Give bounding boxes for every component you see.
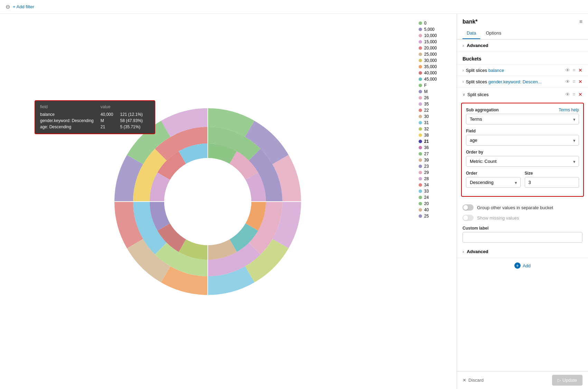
legend-label: 39 bbox=[424, 158, 429, 163]
custom-label-section: Custom label bbox=[463, 226, 582, 243]
field-select[interactable]: age bbox=[466, 135, 579, 146]
bucket-delete-icon-2[interactable]: ✕ bbox=[578, 79, 582, 84]
legend-color-dot bbox=[419, 140, 422, 143]
discard-button[interactable]: ✕ Discard bbox=[463, 378, 484, 383]
legend-color-dot bbox=[419, 183, 422, 187]
legend-color-dot bbox=[419, 102, 422, 106]
order-by-select[interactable]: Metric: Count bbox=[466, 156, 579, 167]
legend-color-dot bbox=[419, 171, 422, 174]
filter-icon[interactable]: ⊖ bbox=[6, 3, 10, 10]
group-other-toggle[interactable] bbox=[463, 204, 474, 211]
legend-label: 34 bbox=[424, 183, 429, 187]
panel-menu-icon[interactable]: ≡ bbox=[579, 19, 582, 25]
toggles-section: Group other values in separate bucket Sh… bbox=[457, 200, 588, 246]
legend-color-dot bbox=[419, 189, 422, 193]
legend-label: 30,000 bbox=[424, 58, 437, 63]
legend-label: 29 bbox=[424, 170, 429, 175]
bottom-bar: ✕ Discard ▷ Update bbox=[457, 371, 588, 389]
add-label: Add bbox=[523, 263, 531, 268]
legend-color-dot bbox=[419, 90, 422, 93]
tab-options[interactable]: Options bbox=[482, 28, 505, 39]
bucket-text-3: Split slices bbox=[467, 92, 565, 97]
legend-item: 21 bbox=[419, 139, 453, 144]
legend-label: 38 bbox=[424, 133, 429, 138]
bucket-text-1: Split slices balance bbox=[466, 68, 565, 73]
legend-color-dot bbox=[419, 28, 422, 31]
legend-item: 38 bbox=[419, 133, 453, 138]
legend-item: 45,000 bbox=[419, 77, 453, 82]
legend-color-dot bbox=[419, 214, 422, 218]
tooltip-col3-header bbox=[120, 104, 149, 111]
order-size-row: Order Descending Size bbox=[466, 171, 579, 192]
panel-header: bank* ≡ bbox=[457, 14, 588, 25]
tooltip-field: gender.keyword: Descending bbox=[40, 118, 101, 124]
legend-label: 40,000 bbox=[424, 71, 437, 75]
bucket-eye-icon-3[interactable]: 👁 bbox=[565, 92, 570, 97]
legend-item: 26 bbox=[419, 95, 453, 100]
legend-item: 25 bbox=[419, 214, 453, 219]
legend-item: 35 bbox=[419, 102, 453, 106]
order-select[interactable]: Descending bbox=[466, 177, 521, 188]
legend-item: 25,000 bbox=[419, 52, 453, 57]
legend-item: 39 bbox=[419, 158, 453, 163]
group-other-label: Group other values in separate bucket bbox=[477, 205, 553, 210]
legend-color-dot bbox=[419, 133, 422, 137]
legend-color-dot bbox=[419, 71, 422, 75]
add-filter-button[interactable]: + Add filter bbox=[13, 4, 34, 9]
update-button[interactable]: ▷ Update bbox=[552, 375, 582, 386]
bucket-delete-icon-3[interactable]: ✕ bbox=[578, 92, 582, 97]
add-button[interactable]: + Add bbox=[514, 262, 531, 269]
tooltip-field: age: Descending bbox=[40, 124, 101, 130]
legend-label: 25,000 bbox=[424, 52, 437, 57]
legend-label: 33 bbox=[424, 189, 429, 194]
legend-label: 31 bbox=[424, 120, 429, 125]
legend-label: 45,000 bbox=[424, 77, 437, 82]
legend-label: 0 bbox=[424, 21, 427, 26]
discard-x-icon: ✕ bbox=[463, 378, 466, 383]
legend-label: 35,000 bbox=[424, 64, 437, 69]
show-missing-toggle[interactable] bbox=[463, 215, 474, 221]
tooltip-value: 40,000 bbox=[101, 111, 120, 118]
legend-item: 10,000 bbox=[419, 33, 453, 38]
advanced-top-section[interactable]: › Advanced bbox=[457, 39, 588, 52]
bucket-age-toggle[interactable]: ∨ Split slices 👁 = ✕ bbox=[457, 89, 588, 100]
tab-data[interactable]: Data bbox=[463, 28, 480, 39]
top-bar: ⊖ + Add filter bbox=[0, 0, 588, 14]
bucket-equal-icon-1[interactable]: = bbox=[573, 67, 576, 73]
legend-item: 31 bbox=[419, 120, 453, 125]
legend-color-dot bbox=[419, 146, 422, 149]
legend-label: 22 bbox=[424, 108, 429, 113]
legend-color-dot bbox=[419, 59, 422, 62]
bucket-eye-icon-1[interactable]: 👁 bbox=[565, 67, 570, 73]
legend-color-dot bbox=[419, 109, 422, 112]
size-input[interactable] bbox=[525, 177, 579, 188]
legend-color-dot bbox=[419, 177, 422, 180]
bucket-eye-icon-2[interactable]: 👁 bbox=[565, 79, 570, 84]
terms-help-link[interactable]: Terms help bbox=[559, 108, 579, 112]
legend-label: 32 bbox=[424, 127, 429, 131]
bucket-delete-icon-1[interactable]: ✕ bbox=[578, 67, 582, 73]
bucket-equal-icon-3[interactable]: = bbox=[573, 92, 576, 97]
legend-color-dot bbox=[419, 77, 422, 81]
custom-label-input[interactable] bbox=[463, 232, 582, 243]
advanced-top-label: Advanced bbox=[467, 43, 488, 48]
legend-item: 24 bbox=[419, 195, 453, 200]
tooltip-field: balance bbox=[40, 111, 101, 118]
legend-label: 25 bbox=[424, 214, 429, 219]
legend-item: 36 bbox=[419, 145, 453, 150]
legend-label: 30 bbox=[424, 114, 429, 119]
bucket-equal-icon-2[interactable]: = bbox=[573, 79, 576, 84]
advanced-bottom-section[interactable]: › Advanced bbox=[457, 246, 588, 258]
bucket-chevron-1: › bbox=[463, 68, 464, 72]
legend-color-dot bbox=[419, 152, 422, 156]
size-label: Size bbox=[525, 171, 579, 176]
legend-color-dot bbox=[419, 96, 422, 100]
bucket-item-gender[interactable]: › Split slices gender.keyword: Descen...… bbox=[457, 76, 588, 87]
group-other-row: Group other values in separate bucket bbox=[463, 202, 582, 213]
legend-label: 20,000 bbox=[424, 46, 437, 50]
tooltip-extra: 5 (35.71%) bbox=[120, 124, 149, 130]
sub-aggregation-select[interactable]: Terms bbox=[466, 114, 579, 124]
chart-area: field value balance40,000121 (12.1%)gend… bbox=[0, 14, 415, 389]
bucket-item-balance[interactable]: › Split slices balance 👁 = ✕ bbox=[457, 65, 588, 76]
order-select-wrapper: Descending bbox=[466, 177, 521, 188]
